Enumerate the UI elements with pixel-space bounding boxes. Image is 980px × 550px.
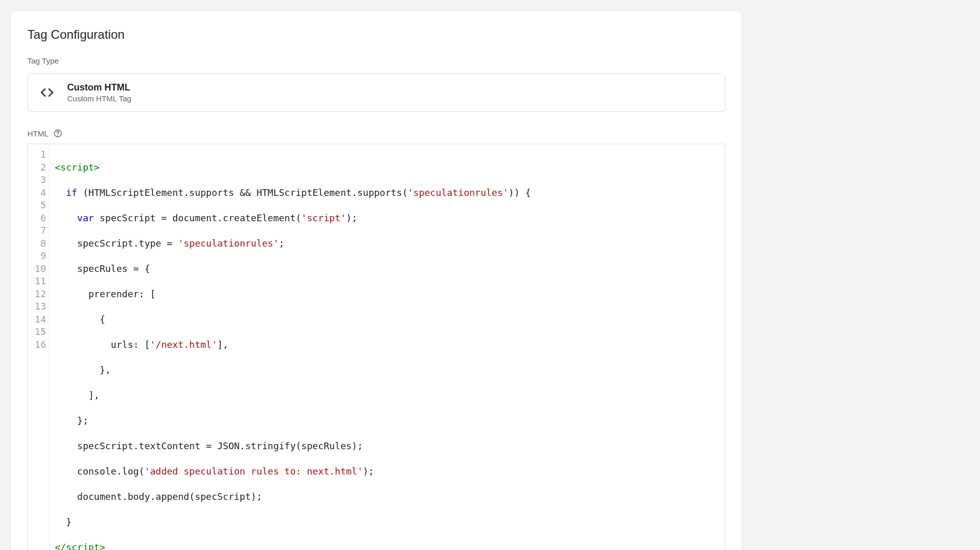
- line-number: 14: [34, 313, 46, 326]
- line-number: 16: [34, 339, 46, 352]
- code-token: {: [55, 314, 105, 325]
- code-token: [55, 212, 77, 223]
- html-label: HTML: [27, 129, 49, 138]
- line-number: 4: [34, 187, 46, 200]
- code-token: specScript = document.createElement(: [94, 212, 301, 223]
- line-number: 9: [34, 250, 46, 263]
- line-number: 2: [34, 161, 46, 174]
- tag-type-desc: Custom HTML Tag: [67, 94, 131, 103]
- card-title: Tag Configuration: [27, 27, 725, 42]
- tag-type-selector[interactable]: Custom HTML Custom HTML Tag: [27, 73, 725, 112]
- html-section-header: HTML: [27, 128, 725, 139]
- code-token: specRules = {: [55, 263, 150, 274]
- line-number: 1: [34, 148, 46, 161]
- svg-point-1: [57, 135, 58, 135]
- code-gutter: 1 2 3 4 5 6 7 8 9 10 11 12 13 14 15 16: [28, 144, 50, 550]
- code-token: (HTMLScriptElement.supports && HTMLScrip…: [77, 187, 407, 198]
- line-number: 13: [34, 300, 46, 313]
- code-token: 'added speculation rules to: next.html': [144, 466, 363, 477]
- code-token: ],: [217, 339, 228, 350]
- html-code-editor[interactable]: 1 2 3 4 5 6 7 8 9 10 11 12 13 14 15 16 <…: [27, 144, 725, 550]
- line-number: 10: [34, 263, 46, 276]
- code-content[interactable]: <script> if (HTMLScriptElement.supports …: [50, 144, 725, 550]
- line-number: 15: [34, 326, 46, 339]
- code-brackets-icon: [38, 84, 56, 101]
- code-token: if: [66, 187, 78, 198]
- code-token: }: [55, 516, 72, 527]
- code-token: specScript.textContent = JSON.stringify(…: [55, 440, 363, 451]
- tag-type-name: Custom HTML: [67, 82, 131, 93]
- line-number: 6: [34, 212, 46, 225]
- tag-configuration-card: Tag Configuration Tag Type Custom HTML C…: [10, 10, 742, 550]
- code-token: </script>: [55, 542, 105, 551]
- code-token: <script>: [55, 162, 100, 173]
- line-number: 3: [34, 174, 46, 187]
- code-token: );: [363, 466, 374, 477]
- code-token: document.body.append(specScript);: [55, 491, 262, 502]
- tag-type-label: Tag Type: [27, 56, 725, 65]
- code-token: },: [55, 364, 111, 375]
- line-number: 5: [34, 199, 46, 212]
- code-token: prerender: [: [55, 288, 156, 299]
- code-token: );: [346, 212, 358, 223]
- code-token: [55, 187, 66, 198]
- code-token: var: [77, 212, 94, 223]
- help-icon[interactable]: [53, 128, 63, 139]
- code-token: };: [55, 415, 88, 426]
- line-number: 12: [34, 288, 46, 301]
- line-number: 7: [34, 224, 46, 237]
- code-token: console.log(: [55, 466, 144, 477]
- code-token: ;: [279, 238, 285, 249]
- code-token: '/next.html': [150, 339, 217, 350]
- line-number: 8: [34, 237, 46, 250]
- line-number: 11: [34, 275, 46, 288]
- code-token: specScript.type =: [55, 238, 178, 249]
- code-token: 'speculationrules': [178, 238, 279, 249]
- code-token: )) {: [509, 187, 531, 198]
- code-token: ],: [55, 390, 100, 401]
- tag-type-text: Custom HTML Custom HTML Tag: [67, 82, 131, 103]
- code-token: 'speculationrules': [408, 187, 509, 198]
- code-token: 'script': [301, 212, 346, 223]
- code-token: urls: [: [55, 339, 150, 350]
